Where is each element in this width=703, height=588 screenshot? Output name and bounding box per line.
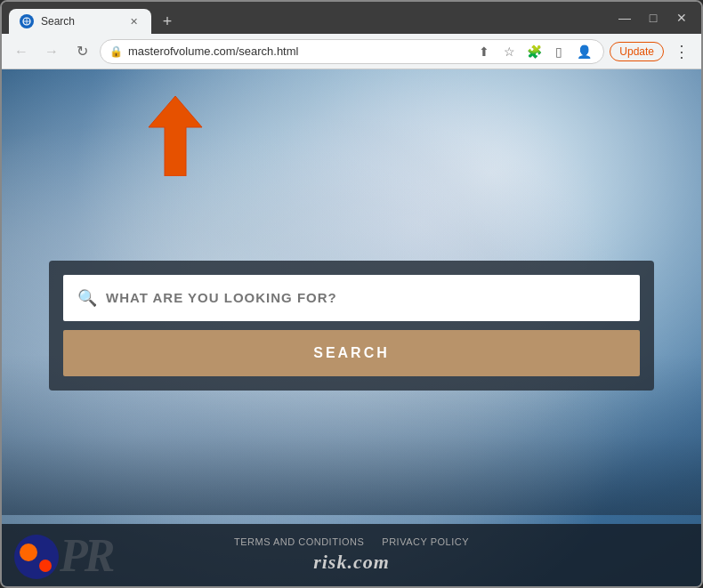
footer-brand: risk.com: [313, 551, 390, 574]
page-content: 🔍 SEARCH PR TERMS AND CONDITIONS PRIVACY…: [2, 69, 701, 586]
maximize-button[interactable]: □: [641, 5, 666, 30]
window-controls: — □ ✕: [612, 5, 694, 30]
footer-logo-circle: [14, 535, 59, 579]
footer-brand-prefix: risk: [313, 551, 347, 573]
tab-close-button[interactable]: ✕: [126, 14, 141, 28]
tab-favicon: [20, 14, 34, 28]
footer-brand-suffix: .com: [347, 551, 389, 573]
tab-title: Search: [41, 15, 119, 28]
address-actions: ⬆ ☆ 🧩 ▯ 👤: [473, 41, 594, 62]
browser-window: Search ✕ + — □ ✕ ← → ↻ 🔒 masterofvolume.…: [0, 0, 703, 588]
sidebar-button[interactable]: ▯: [548, 41, 570, 62]
address-text: masterofvolume.com/search.html: [128, 44, 468, 58]
new-tab-button[interactable]: +: [155, 9, 180, 34]
browser-menu-button[interactable]: ⋮: [669, 39, 694, 64]
extensions-button[interactable]: 🧩: [523, 41, 545, 62]
address-bar[interactable]: 🔒 masterofvolume.com/search.html ⬆ ☆ 🧩 ▯…: [100, 39, 604, 64]
search-icon: 🔍: [77, 288, 97, 308]
footer-center: TERMS AND CONDITIONS PRIVACY POLICY risk…: [234, 536, 469, 574]
page-footer: PR TERMS AND CONDITIONS PRIVACY POLICY r…: [2, 524, 701, 586]
share-button[interactable]: ⬆: [473, 41, 495, 62]
nav-bar: ← → ↻ 🔒 masterofvolume.com/search.html ⬆…: [2, 34, 701, 69]
privacy-link[interactable]: PRIVACY POLICY: [382, 536, 469, 547]
refresh-button[interactable]: ↻: [69, 39, 94, 64]
active-tab[interactable]: Search ✕: [9, 9, 151, 34]
title-bar: Search ✕ + — □ ✕: [2, 2, 701, 34]
profile-button[interactable]: 👤: [573, 41, 594, 62]
lock-icon: 🔒: [109, 45, 123, 58]
pr-watermark: PR: [60, 529, 111, 582]
back-button[interactable]: ←: [9, 39, 34, 64]
search-input-wrapper: 🔍: [63, 275, 640, 321]
search-container: 🔍 SEARCH: [49, 261, 654, 391]
minimize-button[interactable]: —: [612, 5, 637, 30]
search-button[interactable]: SEARCH: [63, 330, 640, 376]
terms-link[interactable]: TERMS AND CONDITIONS: [234, 536, 364, 547]
bookmark-button[interactable]: ☆: [498, 41, 520, 62]
footer-links: TERMS AND CONDITIONS PRIVACY POLICY: [234, 536, 469, 547]
close-button[interactable]: ✕: [669, 5, 694, 30]
footer-logo: [14, 535, 59, 579]
forward-button[interactable]: →: [39, 39, 64, 64]
update-button[interactable]: Update: [610, 42, 664, 61]
tab-area: Search ✕ +: [9, 2, 602, 34]
search-input[interactable]: [106, 290, 626, 305]
